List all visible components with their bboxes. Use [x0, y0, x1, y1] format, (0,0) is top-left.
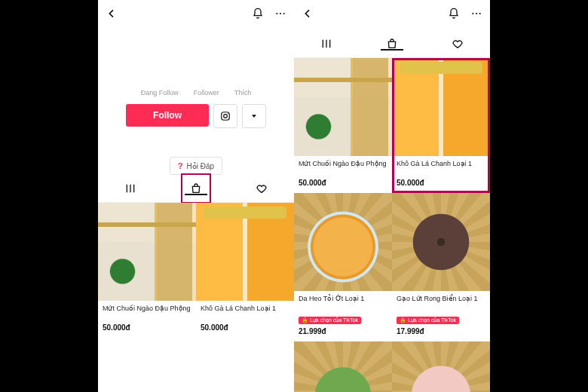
header [294, 0, 490, 27]
product-price: 21.999đ [294, 325, 392, 335]
follow-button[interactable]: Follow [126, 104, 209, 127]
tab-liked[interactable] [228, 182, 294, 194]
svg-point-10 [472, 13, 473, 14]
bag-icon [190, 182, 202, 194]
product-badge: 🔒 Lựa chọn của TikTok [397, 317, 459, 324]
instagram-icon [220, 111, 231, 121]
more-actions-button[interactable] [242, 104, 266, 128]
product-thumb [196, 203, 294, 301]
header [98, 0, 294, 27]
svg-rect-3 [222, 112, 230, 121]
svg-marker-6 [252, 115, 256, 118]
svg-point-2 [283, 13, 285, 14]
product-card[interactable] [392, 341, 490, 392]
bell-icon[interactable] [448, 8, 460, 20]
product-card[interactable]: Mứt Chuối Ngào Đậu Phộng50.000đ [294, 58, 392, 193]
stat-following[interactable]: Đang Follow [141, 89, 179, 96]
product-card[interactable]: Gạo Lứt Rong Biển Loại 1🔒 Lựa chọn của T… [392, 193, 490, 341]
product-price: 50.000đ [98, 321, 196, 332]
product-title: Mứt Chuối Ngào Đậu Phộng [294, 156, 392, 176]
profile-tabs [294, 30, 490, 58]
phone-left: Đang Follow Follower Thích Follow [98, 0, 294, 392]
feed-icon [320, 38, 332, 50]
qa-chip[interactable]: ? Hỏi Đáp [170, 157, 222, 175]
stat-likes[interactable]: Thích [234, 89, 252, 96]
product-thumb [294, 58, 392, 156]
product-thumb [294, 341, 392, 392]
product-card[interactable]: Khô Gà Lá Chanh Loại 150.000đ [392, 58, 490, 193]
bell-icon[interactable] [252, 8, 264, 20]
product-card[interactable]: Mứt Chuối Ngào Đậu Phộng50.000đ [98, 203, 196, 338]
product-thumb [392, 58, 490, 156]
caret-down-icon [250, 112, 258, 120]
product-title: Mứt Chuối Ngào Đậu Phộng [98, 301, 196, 321]
stat-followers[interactable]: Follower [194, 89, 219, 96]
tab-liked[interactable] [424, 38, 490, 50]
feed-icon [124, 182, 136, 194]
svg-point-12 [479, 13, 481, 14]
profile-tabs [98, 175, 294, 203]
heart-icon [256, 182, 268, 194]
product-card[interactable]: Khô Gà Lá Chanh Loại 150.000đ [196, 203, 294, 338]
qa-label: Hỏi Đáp [187, 162, 215, 170]
back-icon[interactable] [106, 8, 118, 20]
product-price: 50.000đ [196, 321, 294, 332]
phone-right: Mứt Chuối Ngào Đậu Phộng50.000đKhô Gà Lá… [294, 0, 490, 392]
product-title: Gạo Lứt Rong Biển Loại 1 [392, 291, 490, 311]
product-title: Khô Gà Lá Chanh Loại 1 [196, 301, 294, 321]
svg-point-1 [280, 13, 281, 14]
product-title: Khô Gà Lá Chanh Loại 1 [392, 156, 490, 176]
profile-actions: Follow [98, 104, 294, 128]
back-icon[interactable] [302, 8, 314, 20]
product-card[interactable]: Da Heo Tỏi Ớt Loại 1🔒 Lựa chọn của TikTo… [294, 193, 392, 341]
product-thumb [98, 203, 196, 301]
more-icon[interactable] [274, 8, 286, 20]
tab-shop[interactable] [360, 38, 425, 50]
product-thumb [294, 193, 392, 291]
bag-icon [386, 38, 398, 50]
profile-stats: Đang Follow Follower Thích [98, 89, 294, 96]
product-grid-left: Mứt Chuối Ngào Đậu Phộng50.000đKhô Gà Lá… [98, 203, 294, 338]
svg-point-4 [224, 115, 228, 118]
product-grid-right: Mứt Chuối Ngào Đậu Phộng50.000đKhô Gà Lá… [294, 58, 490, 392]
product-price: 50.000đ [392, 176, 490, 187]
tab-feed[interactable] [294, 38, 360, 50]
more-icon[interactable] [470, 8, 482, 20]
product-badge: 🔒 Lựa chọn của TikTok [299, 317, 361, 324]
svg-point-11 [476, 13, 477, 14]
tab-feed[interactable] [98, 182, 164, 194]
product-price: 50.000đ [294, 176, 392, 187]
qa-icon: ? [178, 161, 183, 170]
heart-icon [452, 38, 464, 50]
svg-point-0 [276, 13, 277, 14]
product-card[interactable] [294, 341, 392, 392]
product-title: Da Heo Tỏi Ớt Loại 1 [294, 291, 392, 311]
instagram-button[interactable] [213, 104, 237, 128]
svg-point-5 [228, 113, 228, 114]
product-thumb [392, 341, 490, 392]
product-price: 17.999đ [392, 325, 490, 335]
product-thumb [392, 193, 490, 291]
tab-shop[interactable] [164, 182, 229, 194]
